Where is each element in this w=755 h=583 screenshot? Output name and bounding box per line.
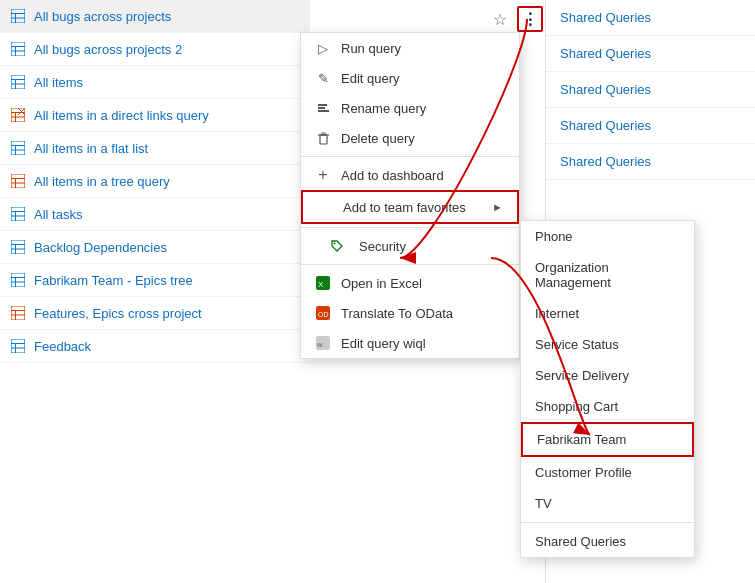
query-item-text-0: All bugs across projects <box>34 9 171 24</box>
favorites-spacer-icon <box>317 199 333 215</box>
shared-item-0[interactable]: Shared Queries <box>546 0 755 36</box>
sub-item-shopping-cart[interactable]: Shopping Cart <box>521 391 694 422</box>
svg-rect-47 <box>318 107 325 109</box>
ctx-odata[interactable]: OD Translate To OData <box>301 298 519 328</box>
sub-item-phone[interactable]: Phone <box>521 221 694 252</box>
query-item-0[interactable]: All bugs across projects <box>0 0 310 33</box>
shared-item-3[interactable]: Shared Queries <box>546 108 755 144</box>
table-icon-3 <box>10 107 26 123</box>
sub-item-service-delivery-label: Service Delivery <box>535 368 629 383</box>
ctx-run-query-label: Run query <box>341 41 401 56</box>
sub-item-shopping-cart-label: Shopping Cart <box>535 399 618 414</box>
sub-item-service-delivery[interactable]: Service Delivery <box>521 360 694 391</box>
plus-icon: + <box>315 167 331 183</box>
shared-item-label-2: Shared Queries <box>560 82 651 97</box>
ctx-delete-query-label: Delete query <box>341 131 415 146</box>
ctx-add-team-favorites-label: Add to team favorites <box>343 200 466 215</box>
sub-item-tv-label: TV <box>535 496 552 511</box>
query-item-text-7: Backlog Dependencies <box>34 240 167 255</box>
query-item-text-6: All tasks <box>34 207 82 222</box>
query-item-text-8: Fabrikam Team - Epics tree <box>34 273 193 288</box>
query-item-text-5: All items in a tree query <box>34 174 170 189</box>
separator-1 <box>301 156 519 157</box>
team-favorites-submenu: Phone Organization Management Internet S… <box>520 220 695 558</box>
table-icon-4 <box>10 140 26 156</box>
rename-icon <box>315 100 331 116</box>
query-item-9[interactable]: Features, Epics cross project <box>0 297 310 330</box>
query-item-1[interactable]: All bugs across projects 2 <box>0 33 310 66</box>
ctx-add-team-favorites[interactable]: Add to team favorites ► <box>301 190 519 224</box>
svg-text:X: X <box>318 280 324 289</box>
query-item-4[interactable]: All items in a flat list <box>0 132 310 165</box>
table-icon-8 <box>10 272 26 288</box>
ctx-edit-query[interactable]: ✎ Edit query <box>301 63 519 93</box>
shared-item-label-4: Shared Queries <box>560 154 651 169</box>
ellipsis-icon: ⋮ <box>522 10 539 29</box>
separator-3 <box>301 264 519 265</box>
ctx-rename-query-label: Rename query <box>341 101 426 116</box>
svg-rect-49 <box>320 135 327 144</box>
sub-item-shared-queries[interactable]: Shared Queries <box>521 526 694 557</box>
ctx-edit-wiql[interactable]: W Edit query wiql <box>301 328 519 358</box>
ctx-odata-label: Translate To OData <box>341 306 453 321</box>
sub-item-customer-profile[interactable]: Customer Profile <box>521 457 694 488</box>
query-item-8[interactable]: Fabrikam Team - Epics tree <box>0 264 310 297</box>
table-icon-10 <box>10 338 26 354</box>
ctx-add-dashboard[interactable]: + Add to dashboard <box>301 160 519 190</box>
ctx-open-excel[interactable]: X Open in Excel <box>301 268 519 298</box>
svg-rect-38 <box>11 306 25 320</box>
table-icon-7 <box>10 239 26 255</box>
svg-rect-42 <box>11 339 25 353</box>
play-icon: ▷ <box>315 40 331 56</box>
odata-icon: OD <box>315 305 331 321</box>
star-icon: ☆ <box>493 10 507 29</box>
ctx-run-query[interactable]: ▷ Run query <box>301 33 519 63</box>
shared-item-2[interactable]: Shared Queries <box>546 72 755 108</box>
pencil-icon: ✎ <box>315 70 331 86</box>
svg-rect-30 <box>11 240 25 254</box>
sub-item-fabrikam-team[interactable]: Fabrikam Team <box>521 422 694 457</box>
context-menu: ▷ Run query ✎ Edit query Rename query De… <box>300 32 520 359</box>
ctx-delete-query[interactable]: Delete query <box>301 123 519 153</box>
ctx-add-dashboard-label: Add to dashboard <box>341 168 444 183</box>
table-icon-0 <box>10 8 26 24</box>
ctx-rename-query[interactable]: Rename query <box>301 93 519 123</box>
svg-rect-18 <box>11 141 25 155</box>
sub-item-internet-label: Internet <box>535 306 579 321</box>
sub-separator <box>521 522 694 523</box>
svg-rect-46 <box>318 110 329 112</box>
svg-rect-4 <box>11 42 25 56</box>
three-dot-button[interactable]: ⋮ <box>517 6 543 32</box>
shared-item-4[interactable]: Shared Queries <box>546 144 755 180</box>
table-icon-5 <box>10 173 26 189</box>
sub-item-tv[interactable]: TV <box>521 488 694 519</box>
shared-item-1[interactable]: Shared Queries <box>546 36 755 72</box>
query-item-text-10: Feedback <box>34 339 91 354</box>
query-list: All bugs across projects All bugs across… <box>0 0 310 583</box>
svg-text:W: W <box>317 342 323 348</box>
sub-item-org-mgmt[interactable]: Organization Management <box>521 252 694 298</box>
separator-2 <box>301 227 519 228</box>
query-item-3[interactable]: All items in a direct links query <box>0 99 310 132</box>
query-item-text-1: All bugs across projects 2 <box>34 42 182 57</box>
sub-item-internet[interactable]: Internet <box>521 298 694 329</box>
ctx-security[interactable]: Security <box>301 231 519 261</box>
table-icon-9 <box>10 305 26 321</box>
query-item-2[interactable]: All items <box>0 66 310 99</box>
sub-item-service-status-label: Service Status <box>535 337 619 352</box>
query-item-text-4: All items in a flat list <box>34 141 148 156</box>
query-item-6[interactable]: All tasks <box>0 198 310 231</box>
svg-rect-0 <box>11 9 25 23</box>
star-button[interactable]: ☆ <box>489 8 511 30</box>
table-icon-1 <box>10 41 26 57</box>
svg-rect-34 <box>11 273 25 287</box>
svg-rect-48 <box>318 104 327 106</box>
query-item-10[interactable]: Feedback <box>0 330 310 363</box>
sub-item-service-status[interactable]: Service Status <box>521 329 694 360</box>
query-item-5[interactable]: All items in a tree query <box>0 165 310 198</box>
query-item-text-9: Features, Epics cross project <box>34 306 202 321</box>
shared-item-label-3: Shared Queries <box>560 118 651 133</box>
table-icon-6 <box>10 206 26 222</box>
query-item-7[interactable]: Backlog Dependencies <box>0 231 310 264</box>
sub-item-org-mgmt-label: Organization Management <box>535 260 680 290</box>
